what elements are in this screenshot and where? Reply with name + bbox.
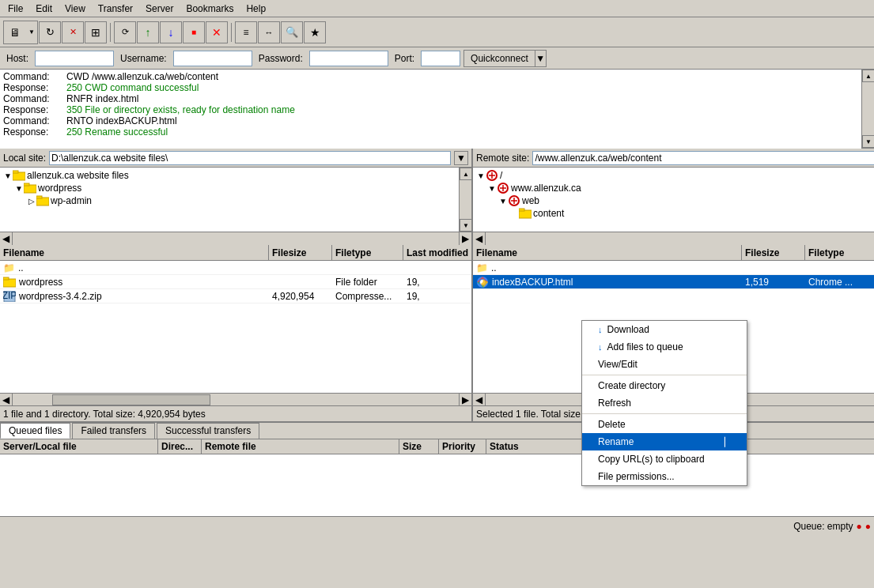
refresh-local-button[interactable]: ⟳	[114, 21, 136, 43]
remote-hscroll-track[interactable]	[486, 232, 874, 245]
log-scroll-track[interactable]	[862, 82, 874, 135]
ctx-create-dir[interactable]: Create directory	[582, 377, 747, 394]
local-hscroll-right[interactable]: ▶	[459, 394, 471, 406]
ctx-download[interactable]: ↓ Download	[582, 321, 747, 338]
local-hscroll-thumb[interactable]	[13, 394, 459, 405]
remote-file-row-backup[interactable]: indexBACKUP.html 1,519 Chrome ... 18,	[473, 275, 874, 289]
ctx-refresh[interactable]: Refresh	[582, 394, 747, 412]
remote-file-row-dotdot[interactable]: 📁 ..	[473, 261, 874, 275]
local-tree-down[interactable]: ▼	[460, 219, 472, 232]
local-file-row-wordpress[interactable]: wordpress File folder 19,	[0, 275, 471, 289]
ctx-view-edit[interactable]: View/Edit	[582, 356, 747, 373]
tree-label-wp-admin: wp-admin	[51, 195, 92, 206]
site-manager-dropdown[interactable]: ▼	[26, 21, 37, 43]
log-scrollbar[interactable]: ▲ ▼	[861, 70, 874, 148]
bookmark-button[interactable]: ★	[304, 21, 326, 43]
connect-new-button[interactable]: ⊞	[85, 21, 107, 43]
expand-root[interactable]: ▼	[3, 172, 13, 180]
expand-remote-root[interactable]: ▼	[476, 172, 486, 180]
site-manager-button[interactable]: 🖥	[4, 21, 26, 43]
ctx-delete[interactable]: Delete	[582, 416, 747, 433]
remote-file-hscroll-left[interactable]: ◀	[473, 394, 486, 406]
hscroll-right[interactable]: ▶	[459, 232, 471, 245]
local-tree-up[interactable]: ▲	[460, 168, 472, 180]
chrome-icon	[476, 276, 489, 288]
tree-node-root[interactable]: ▼ allenzuk.ca website files	[2, 169, 457, 182]
ctx-copy-url[interactable]: Copy URL(s) to clipboard	[582, 450, 747, 468]
queue-col-priority[interactable]: Priority	[439, 439, 486, 454]
reconnect-button[interactable]: ↻	[39, 21, 61, 43]
ctx-rename[interactable]: Rename ▏	[582, 433, 747, 450]
local-listing-button[interactable]: ≡	[235, 21, 257, 43]
menu-bookmarks[interactable]: Bookmarks	[180, 2, 240, 16]
cancel-button[interactable]: ✕	[206, 21, 228, 43]
remote-col-filetype[interactable]: Filetype	[805, 245, 874, 260]
download-button[interactable]: ↓	[160, 21, 182, 43]
stop-button[interactable]: ■	[183, 21, 205, 43]
local-file-row-dotdot[interactable]: 📁 ..	[0, 261, 471, 275]
upload-button[interactable]: ↑	[137, 21, 159, 43]
quickconnect-button[interactable]: Quickconnect	[463, 50, 535, 67]
local-tree-track[interactable]	[460, 180, 471, 219]
local-site-input[interactable]	[49, 151, 451, 165]
local-hscroll-left[interactable]: ◀	[0, 394, 13, 406]
local-file-dotdot: ..	[18, 262, 24, 273]
local-site-dropdown[interactable]: ▼	[454, 151, 468, 165]
remote-tree: ▼ / ▼ www.allenzuk.ca	[473, 168, 874, 232]
password-input[interactable]	[309, 51, 388, 66]
menu-file[interactable]: File	[2, 2, 29, 16]
log-scroll-down[interactable]: ▼	[862, 135, 874, 148]
expand-allenzuk[interactable]: ▼	[487, 184, 497, 193]
local-col-filetype[interactable]: Filetype	[332, 245, 403, 260]
sync-browse-button[interactable]: ↔	[258, 21, 280, 43]
tree-node-allenzuk[interactable]: ▼ www.allenzuk.ca	[475, 182, 874, 194]
remote-site-input[interactable]	[532, 151, 874, 165]
port-input[interactable]	[421, 51, 460, 66]
menu-edit[interactable]: Edit	[29, 2, 59, 16]
expand-wordpress[interactable]: ▼	[14, 184, 24, 193]
tree-node-remote-root[interactable]: ▼ /	[475, 169, 874, 182]
remote-site-bar: Remote site: ▼	[473, 149, 874, 168]
host-input[interactable]	[35, 51, 114, 66]
expand-web[interactable]: ▼	[498, 197, 508, 205]
remote-hscroll-left[interactable]: ◀	[473, 232, 486, 245]
tree-node-wordpress[interactable]: ▼ wordpress	[2, 182, 457, 194]
remote-tree-label-root: /	[500, 170, 502, 181]
menu-help[interactable]: Help	[240, 2, 272, 16]
tab-successful-transfers[interactable]: Successful transfers	[157, 423, 259, 439]
hscroll-left[interactable]: ◀	[0, 232, 13, 245]
menu-view[interactable]: View	[59, 2, 92, 16]
local-col-filename[interactable]: Filename	[0, 245, 269, 260]
tree-node-content[interactable]: content	[475, 207, 874, 220]
remote-tree-label-content: content	[533, 208, 564, 219]
expand-wp-admin[interactable]: ▷	[27, 197, 36, 205]
search-remote-button[interactable]: 🔍	[281, 21, 303, 43]
ctx-sep2	[582, 413, 747, 414]
queue-col-server[interactable]: Server/Local file	[0, 439, 158, 454]
disconnect-button[interactable]: ✕	[62, 21, 84, 43]
log-val-3: 350 File or directory exists, ready for …	[66, 104, 295, 115]
remote-col-filename[interactable]: Filename	[473, 245, 742, 260]
queue-col-remote[interactable]: Remote file	[202, 439, 399, 454]
local-col-lastmod[interactable]: Last modified	[403, 245, 471, 260]
queue-col-size[interactable]: Size	[399, 439, 439, 454]
remote-col-filesize[interactable]: Filesize	[742, 245, 805, 260]
username-input[interactable]	[173, 51, 252, 66]
local-col-filesize[interactable]: Filesize	[269, 245, 332, 260]
ctx-permissions[interactable]: File permissions...	[582, 468, 747, 485]
menu-transfer[interactable]: Transfer	[92, 2, 139, 16]
hscroll-track[interactable]	[13, 232, 459, 245]
bottom-status-bar: Queue: empty ● ●	[0, 516, 874, 535]
menu-server[interactable]: Server	[139, 2, 180, 16]
ctx-add-to-queue[interactable]: ↓ Add files to queue	[582, 338, 747, 356]
tab-queued-files[interactable]: Queued files	[0, 423, 70, 439]
tree-node-wp-admin[interactable]: ▷ wp-admin	[2, 194, 457, 207]
local-file-row-zip[interactable]: ZIP wordpress-3.4.2.zip 4,920,954 Compre…	[0, 289, 471, 303]
tree-node-web[interactable]: ▼ web	[475, 194, 874, 207]
queue-col-direction[interactable]: Direc...	[158, 439, 202, 454]
quickconnect-dropdown[interactable]: ▼	[535, 50, 547, 67]
local-tree-scrollbar[interactable]: ▲ ▼	[459, 168, 471, 232]
remote-root-icon	[486, 170, 498, 181]
log-scroll-up[interactable]: ▲	[862, 70, 874, 82]
tab-failed-transfers[interactable]: Failed transfers	[72, 423, 155, 439]
